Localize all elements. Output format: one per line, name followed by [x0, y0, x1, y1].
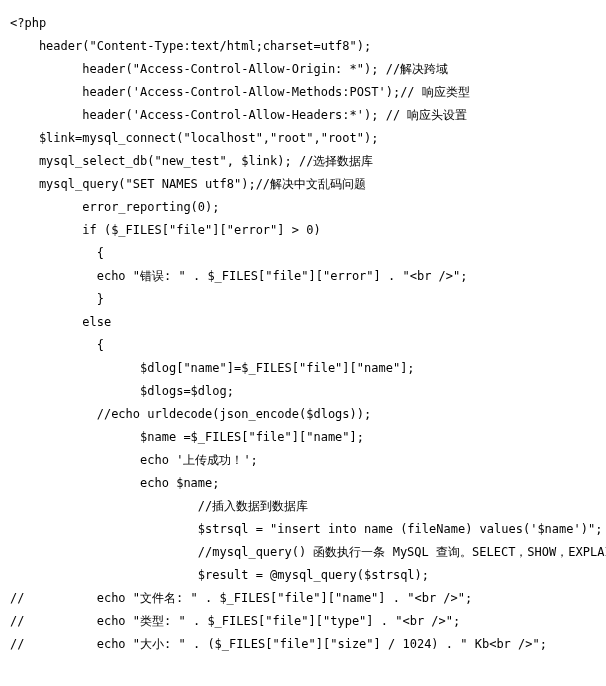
- code-block: <?php header("Content-Type:text/html;cha…: [0, 0, 606, 668]
- code-content: <?php header("Content-Type:text/html;cha…: [10, 16, 606, 651]
